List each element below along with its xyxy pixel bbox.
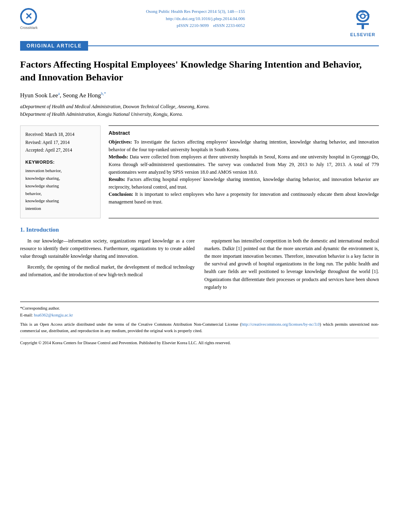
dates: Received: March 18, 2014 Revised: April …	[25, 131, 95, 154]
article-meta-box: Received: March 18, 2014 Revised: April …	[20, 125, 101, 218]
email-link[interactable]: hsa6362@kongju.ac.kr	[34, 313, 73, 317]
footer-open-access: This is an Open Access article distribut…	[20, 321, 379, 335]
journal-issn: pISSN 2210-9099 eISSN 2233-6052	[146, 22, 245, 29]
objectives-text: To investigate the factors affecting emp…	[109, 139, 379, 152]
journal-name: Osong Public Health Res Perspect 2014 5(…	[146, 8, 245, 15]
footer-corresponding: *Corresponding author. E-mail: hsa6362@k…	[20, 305, 379, 319]
svg-rect-1	[357, 23, 369, 25]
methods-label: Methods:	[109, 154, 130, 160]
elsevier-logo: ELSEVIER	[347, 8, 379, 37]
conclusion-text: It is important to select employees who …	[109, 191, 379, 205]
footer: *Corresponding author. E-mail: hsa6362@k…	[20, 302, 379, 345]
body-two-col: In our knowledge—information society, or…	[20, 237, 379, 294]
keyword-1: innovation behavior,	[25, 167, 95, 175]
open-access-text1: This is an Open Access article distribut…	[20, 322, 241, 327]
cc-license-link[interactable]: http://creativecommons.org/licenses/by-n…	[241, 322, 320, 327]
section1-heading: Introduction	[26, 226, 59, 233]
methods-text: Data were collected from employees at th…	[109, 154, 379, 175]
affiliation-b: bDepartment of Health Administration, Ko…	[20, 111, 379, 118]
keyword-3: knowledge sharing	[25, 182, 95, 190]
author2-name: Seong Ae Hong	[63, 92, 101, 99]
intro-p2: Recently, the opening of the medical mar…	[20, 263, 195, 279]
results-label: Results:	[109, 177, 127, 182]
section1-number: 1.	[20, 226, 26, 233]
intro-p1: In our knowledge—information society, or…	[20, 237, 195, 261]
svg-point-5	[361, 15, 364, 18]
crossmark-icon: ✕	[25, 12, 32, 21]
keyword-4: behavior,	[25, 190, 95, 197]
abstract-text: Objectives: To investigate the factors a…	[109, 138, 379, 205]
page: ✕ CrossMark Osong Public Health Res Pers…	[0, 0, 399, 532]
keywords-label: KEYWORDS:	[25, 158, 95, 166]
body-col-left: In our knowledge—information society, or…	[20, 237, 195, 294]
author2-sup: b,*	[101, 91, 106, 96]
keyword-5: knowledge sharing	[25, 197, 95, 205]
elsevier-icon	[351, 8, 375, 32]
results-text: Factors affecting hospital employees' kn…	[109, 177, 379, 190]
top-header: ✕ CrossMark Osong Public Health Res Pers…	[20, 8, 379, 37]
revised-date: Revised: April 17, 2014	[25, 139, 95, 147]
accepted-date: Accepted: April 27, 2014	[25, 146, 95, 154]
intro-p3: equipment has intensified competition in…	[204, 237, 379, 291]
affiliations: aDepartment of Health and Medical Admini…	[20, 103, 379, 118]
keywords-list: innovation behavior, knowledge sharing, …	[25, 167, 95, 212]
affiliation-a: aDepartment of Health and Medical Admini…	[20, 103, 379, 111]
email-label: E-mail:	[20, 313, 34, 317]
svg-rect-0	[362, 25, 364, 29]
crossmark-logo[interactable]: ✕ CrossMark	[20, 8, 44, 32]
article-title: Factors Affecting Hospital Employees' Kn…	[20, 58, 379, 84]
abstract-section: Abstract Objectives: To investigate the …	[109, 125, 379, 218]
conclusion-label: Conclusion:	[109, 191, 135, 197]
journal-doi[interactable]: http://dx.doi.org/10.1016/j.phrp.2014.04…	[146, 15, 245, 23]
keyword-2: knowledge sharing,	[25, 175, 95, 182]
crossmark-label: CrossMark	[20, 26, 44, 30]
received-date: Received: March 18, 2014	[25, 131, 95, 139]
body-col-right: equipment has intensified competition in…	[204, 237, 379, 294]
keyword-6: intention	[25, 205, 95, 212]
article-type-label: ORIGINAL ARTICLE	[20, 41, 88, 51]
copyright-text: Copyright © 2014 Korea Centers for Disea…	[20, 338, 379, 345]
author1-name: Hyun Sook Lee	[20, 92, 58, 99]
section1-title: 1. Introduction	[20, 226, 379, 233]
authors: Hyun Sook Leea, Seong Ae Hongb,*	[20, 91, 379, 99]
info-abstract-section: Received: March 18, 2014 Revised: April …	[20, 125, 379, 218]
abstract-title: Abstract	[109, 130, 379, 136]
objectives-label: Objectives:	[109, 139, 134, 145]
corresponding-label: *Corresponding author.	[20, 306, 60, 310]
article-type-bar: ORIGINAL ARTICLE	[20, 41, 379, 51]
elsevier-label: ELSEVIER	[350, 32, 375, 37]
article-type-line	[88, 45, 379, 46]
journal-info: Osong Public Health Res Perspect 2014 5(…	[146, 8, 245, 29]
